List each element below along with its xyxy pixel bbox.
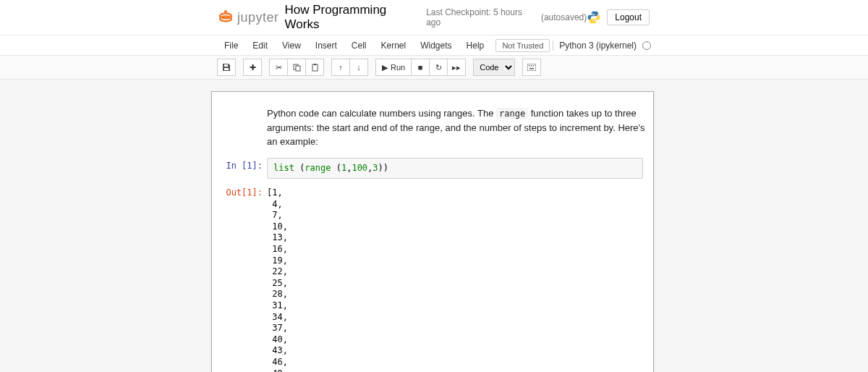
stop-icon: ■ (418, 63, 423, 72)
move-up-button[interactable]: ↑ (331, 59, 350, 76)
jupyter-logo[interactable]: jupyter (217, 9, 279, 26)
move-down-button[interactable]: ↓ (349, 59, 368, 76)
restart-button[interactable]: ↻ (429, 59, 448, 76)
menu-insert[interactable]: Insert (308, 38, 344, 54)
autosave-text: (autosaved) (541, 12, 587, 22)
run-label: Run (391, 63, 405, 72)
tok-3: 3 (373, 163, 378, 173)
logo-text: jupyter (237, 10, 279, 25)
kernel-indicator-icon (642, 41, 651, 50)
plus-icon: ✚ (250, 63, 256, 72)
add-cell-button[interactable]: ✚ (243, 59, 262, 76)
in-prompt: In [1]: (218, 158, 267, 179)
celltype-select[interactable]: Code (473, 59, 515, 76)
arrow-down-icon: ↓ (357, 63, 361, 72)
command-palette-button[interactable] (522, 59, 541, 76)
cut-button[interactable]: ✂ (269, 59, 288, 76)
notebook-title[interactable]: How Programming Works (285, 3, 424, 32)
tok-paren2: ( (331, 163, 341, 173)
trust-button[interactable]: Not Trusted (495, 39, 550, 52)
arrow-up-icon: ↑ (339, 63, 343, 72)
play-icon: ▶ (382, 63, 388, 72)
svg-point-3 (592, 12, 593, 14)
menu-help[interactable]: Help (459, 38, 492, 54)
prompt-empty (218, 103, 267, 152)
svg-rect-6 (296, 66, 300, 71)
svg-rect-8 (314, 64, 316, 65)
svg-rect-7 (312, 64, 318, 71)
svg-rect-9 (527, 64, 536, 71)
paste-button[interactable] (305, 59, 324, 76)
logout-button[interactable]: Logout (607, 9, 650, 25)
menu-cell[interactable]: Cell (344, 38, 374, 54)
stop-button[interactable]: ■ (411, 59, 430, 76)
copy-button[interactable] (287, 59, 306, 76)
toolbar: ✚ ✂ ↑ ↓ ▶Run ■ ↻ ▸▸ Code (0, 56, 868, 80)
svg-rect-13 (529, 68, 534, 69)
tok-100: 100 (352, 163, 367, 173)
code-cell[interactable]: In [1]: list (range (1,100,3)) (218, 155, 647, 182)
menu-view[interactable]: View (275, 38, 308, 54)
restart-icon: ↻ (435, 63, 442, 72)
copy-icon (293, 64, 301, 72)
svg-rect-12 (533, 65, 535, 67)
markdown-cell[interactable]: Python code can calculate numbers using … (218, 101, 647, 155)
md-text-a: Python code can calculate numbers using … (267, 108, 496, 119)
menubar: File Edit View Insert Cell Kernel Widget… (0, 35, 868, 56)
run-button[interactable]: ▶Run (375, 59, 412, 76)
tok-range: range (305, 163, 331, 173)
menu-widgets[interactable]: Widgets (413, 38, 459, 54)
md-code-range: range (496, 108, 528, 119)
menu-file[interactable]: File (217, 38, 245, 54)
save-button[interactable] (217, 59, 236, 76)
fast-forward-icon: ▸▸ (452, 63, 461, 72)
keyboard-icon (527, 64, 536, 71)
output-cell: Out[1]: [1, 4, 7, 10, 13, 16, 19, 22, 25… (218, 182, 647, 372)
menu-kernel[interactable]: Kernel (374, 38, 414, 54)
checkpoint-text: Last Checkpoint: 5 hours ago (426, 7, 538, 28)
out-prompt: Out[1]: (218, 185, 267, 372)
run-all-button[interactable]: ▸▸ (447, 59, 466, 76)
kernel-name[interactable]: Python 3 (ipykernel) (553, 41, 637, 51)
jupyter-icon (217, 9, 234, 26)
cut-icon: ✂ (276, 63, 282, 72)
notebook: Python code can calculate numbers using … (211, 91, 654, 372)
notebook-container: Python code can calculate numbers using … (0, 80, 868, 372)
tok-list: list (273, 163, 294, 173)
svg-rect-10 (529, 65, 530, 67)
svg-rect-11 (531, 65, 532, 67)
tok-paren: ( (294, 163, 305, 173)
svg-point-4 (595, 21, 597, 22)
markdown-text: Python code can calculate numbers using … (267, 103, 647, 152)
python-icon (587, 10, 601, 25)
code-input[interactable]: list (range (1,100,3)) (267, 158, 643, 179)
header: jupyter How Programming Works Last Check… (0, 0, 868, 35)
save-icon (222, 63, 231, 72)
menu-edit[interactable]: Edit (245, 38, 275, 54)
output-text: [1, 4, 7, 10, 13, 16, 19, 22, 25, 28, 31… (267, 185, 643, 372)
tok-close: )) (378, 163, 388, 173)
paste-icon (311, 64, 319, 72)
